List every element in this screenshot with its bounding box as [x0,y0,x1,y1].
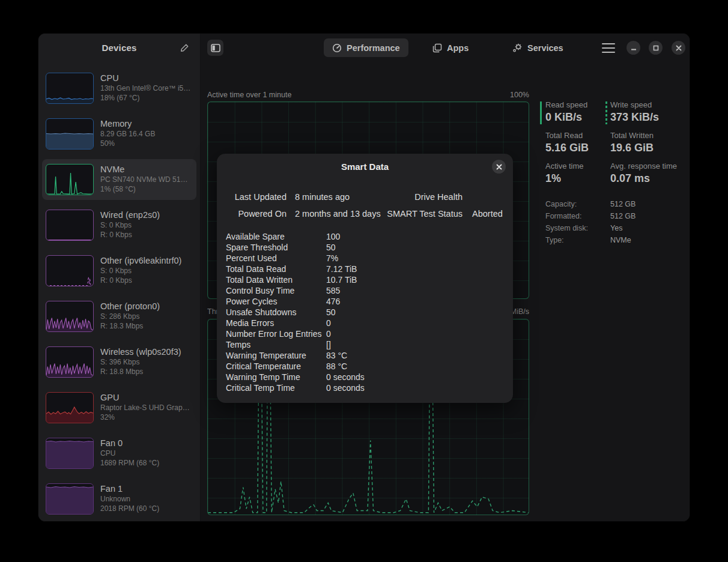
read-speed-label: Read speed [545,100,587,109]
sidebar-item-wired[interactable]: Wired (enp2s0) S: 0 Kbps R: 0 Kbps [42,205,196,246]
nvme-mini-chart [46,164,94,195]
device-sub: 32% [100,412,190,422]
table-row: Control Busy Time585 [226,286,502,297]
system-disk-value: Yes [610,224,622,232]
device-sub: R: 18.8 Mbps [100,367,181,376]
sidebar-item-other-proton[interactable]: Other (proton0) S: 286 Kbps R: 18.3 Mbps [42,296,196,337]
throughput-max: MiB/s [511,307,529,316]
device-sub: PC SN740 NVMe WD 51… [100,175,187,184]
tab-label: Services [527,43,563,53]
pencil-icon [180,43,189,53]
device-sub: S: 0 Kbps [100,266,181,276]
table-row: Percent Used7% [226,253,502,264]
sidebar-item-cpu[interactable]: CPU 13th Gen Intel® Core™ i5… 18% (67 °C… [42,68,196,109]
maximize-button[interactable] [649,41,663,55]
devices-sidebar: Devices CPU 13th Gen Intel® Core™ i5… 18… [38,34,201,521]
device-title: Wireless (wlp0s20f3) [100,346,181,357]
read-speed-indicator [540,101,542,124]
main-menu-button[interactable] [602,43,615,53]
edit-devices-button[interactable] [177,41,192,55]
tab-label: Apps [447,43,469,53]
device-sub: 13th Gen Intel® Core™ i5… [100,83,190,93]
formatted-value: 512 GB [610,212,635,220]
device-sub: S: 286 Kbps [100,312,160,321]
sidebar-toggle-button[interactable] [207,40,223,56]
type-label: Type: [545,236,564,244]
table-row: Total Data Written10.7 TiB [226,275,502,286]
dialog-info-row: Last Updated 8 minutes ago Drive Health [217,192,513,202]
device-title: Other (ipv6leakintrf0) [100,255,181,266]
sidebar-title: Devices [102,43,136,53]
avg-response-label: Avg. response time [610,162,677,171]
wired-mini-chart [46,210,94,241]
write-speed-value: 373 KiB/s [610,111,659,124]
sidebar-item-wireless[interactable]: Wireless (wlp0s20f3) S: 396 Kbps R: 18.8… [42,342,196,382]
table-row: Critical Temp Time0 seconds [226,383,502,394]
smart-data-dialog: Smart Data Last Updated 8 minutes ago Dr… [217,154,513,403]
write-speed-label: Write speed [610,100,652,109]
dialog-close-button[interactable] [492,160,506,174]
device-title: CPU [100,73,190,83]
device-sub: 8.29 GB 16.4 GB [100,129,155,139]
tab-performance[interactable]: Performance [324,38,408,57]
device-sub: R: 0 Kbps [100,230,160,240]
capacity-label: Capacity: [545,200,577,208]
sidebar-item-nvme[interactable]: NVMe PC SN740 NVMe WD 51… 1% (58 °C) [42,159,196,200]
table-row: Warning Temperature83 °C [226,351,502,361]
sidebar-item-memory[interactable]: Memory 8.29 GB 16.4 GB 50% [42,113,196,154]
active-time-chart-labels: Active time over 1 minute 100% [207,91,529,99]
table-row: Temps[] [226,340,502,351]
device-title: Fan 1 [100,483,159,494]
minimize-button[interactable] [626,41,640,55]
device-sub: 18% (67 °C) [100,93,190,103]
smart-test-status-value: Aborted [472,209,503,219]
active-time-stat-label: Active time [545,162,584,171]
close-button[interactable] [672,41,685,55]
total-written-value: 19.6 GiB [610,142,654,154]
table-row: Number Error Log Entries0 [226,329,502,340]
device-title: Memory [100,118,155,129]
total-read-value: 5.16 GiB [545,142,589,154]
close-icon [676,45,682,51]
formatted-label: Formatted: [545,212,581,220]
dialog-title: Smart Data [217,162,513,172]
maximize-icon [653,45,659,51]
cpu-mini-chart [46,73,94,104]
sidebar-item-other-ipv6[interactable]: Other (ipv6leakintrf0) S: 0 Kbps R: 0 Kb… [42,250,196,291]
device-title: Other (proton0) [100,301,160,312]
table-row: Media Errors0 [226,318,502,329]
proton-mini-chart [46,301,94,332]
total-written-label: Total Written [610,131,654,140]
tab-services[interactable]: Services [504,38,572,57]
table-row: Critical Temperature88 °C [226,361,502,372]
last-updated-label: Last Updated [217,192,287,202]
avg-response-value: 0.07 ms [610,172,650,185]
table-row: Warning Temp Time0 seconds [226,372,502,383]
device-sub: 2018 RPM (60 °C) [100,504,159,513]
device-sub: S: 396 Kbps [100,357,181,367]
table-row: Power Cycles476 [226,297,502,307]
active-time-stat-value: 1% [545,172,561,185]
write-speed-indicator [605,101,607,124]
device-sub: 50% [100,139,155,148]
minimize-icon [631,45,637,51]
mission-center-window: Devices CPU 13th Gen Intel® Core™ i5… 18… [38,33,690,522]
drive-health-label: Drive Health [337,192,463,202]
header-bar: Performance Apps [201,34,690,62]
desktop-background: Devices CPU 13th Gen Intel® Core™ i5… 18… [0,0,728,562]
sidebar-item-fan0[interactable]: Fan 0 CPU 1689 RPM (68 °C) [42,433,196,474]
device-list: CPU 13th Gen Intel® Core™ i5… 18% (67 °C… [38,62,200,522]
system-disk-label: System disk: [545,224,588,232]
close-icon [496,164,502,170]
table-row: Unsafe Shutdowns50 [226,307,502,318]
device-sub: 1% (58 °C) [100,184,187,194]
tab-apps[interactable]: Apps [424,38,477,57]
device-sub: 1689 RPM (68 °C) [100,458,159,468]
smart-attributes-table: Available Spare100 Spare Threshold50 Per… [226,232,502,394]
sidebar-item-gpu[interactable]: GPU Raptor Lake-S UHD Grap… 32% [42,387,196,428]
gpu-mini-chart [46,392,94,423]
fan0-mini-chart [46,438,94,469]
active-time-max: 100% [510,91,529,99]
sidebar-item-fan1[interactable]: Fan 1 Unknown 2018 RPM (60 °C) [42,479,196,519]
smart-test-status-label: SMART Test Status [337,209,463,219]
